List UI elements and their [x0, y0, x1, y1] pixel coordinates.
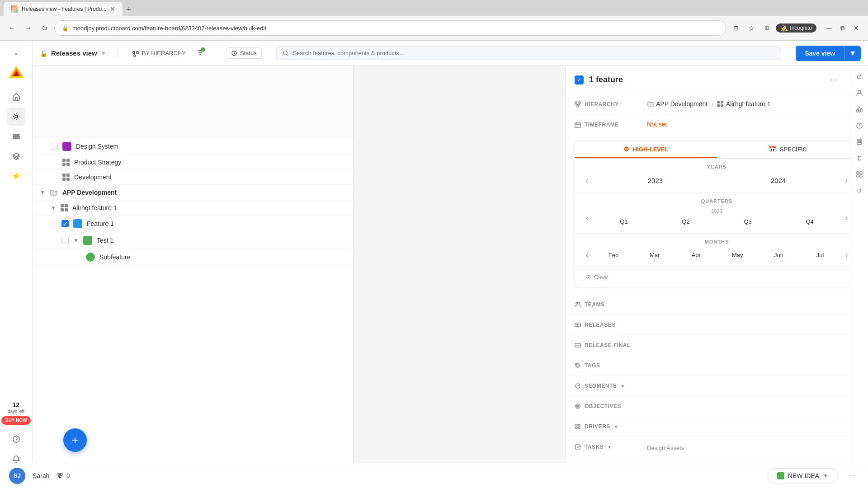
sidebar-item-layers[interactable] — [7, 147, 25, 165]
extension-icon[interactable]: ⊞ — [760, 22, 773, 34]
close-button[interactable]: ✕ — [850, 22, 863, 34]
months-label: MONTHS — [582, 239, 851, 244]
segments-row: SEGMENTS ▼ — [566, 375, 868, 396]
tasks-expand[interactable]: ▼ — [607, 445, 612, 450]
year-2023[interactable]: 2023 — [595, 174, 715, 187]
drivers-expand[interactable]: ▼ — [614, 424, 618, 429]
quarter-q1[interactable]: Q1 — [594, 216, 654, 228]
app-logo[interactable] — [7, 64, 25, 82]
segments-label: SEGMENTS ▼ — [575, 382, 638, 389]
list-item[interactable]: Product Strategy — [33, 155, 353, 170]
refresh-button[interactable]: ↻ — [38, 22, 51, 34]
clear-button[interactable]: ⊗ Clear — [582, 272, 612, 282]
search-bar[interactable] — [276, 47, 781, 60]
svg-rect-24 — [576, 424, 577, 426]
back-button[interactable]: ← — [5, 22, 18, 34]
hierarchy-value: APP Development › Alirhgt feature 1 — [647, 100, 859, 108]
status-button[interactable]: Status — [226, 47, 262, 59]
search-input[interactable] — [292, 50, 775, 56]
close-tab-icon[interactable]: ✕ — [110, 5, 115, 13]
sidebar-item-home[interactable] — [7, 88, 25, 106]
bottom-more-button[interactable]: ··· — [845, 469, 859, 482]
new-idea-color-dot — [777, 472, 784, 479]
list-item[interactable]: ✓ Feature 1 — [33, 216, 353, 232]
month-jun[interactable]: Jun — [759, 249, 798, 261]
collapse-arrow[interactable]: ▼ — [51, 205, 56, 211]
sigma-action-icon[interactable]: Σ — [852, 151, 867, 165]
month-may[interactable]: May — [718, 249, 757, 261]
chart-action-icon[interactable] — [852, 102, 867, 117]
sidebar-item-help[interactable] — [7, 430, 25, 448]
hierarchy-parent: APP Development — [656, 100, 708, 108]
sidebar-item-star[interactable] — [7, 167, 25, 185]
tab-specific[interactable]: 📅 SPECIFIC — [717, 141, 859, 158]
sidebar-item-features[interactable] — [7, 108, 25, 126]
feature-checkbox[interactable] — [61, 237, 69, 244]
tab-title: Releases view - Features | Produ... — [22, 6, 106, 12]
list-item[interactable]: Subfeature — [33, 249, 353, 266]
year-2024[interactable]: 2024 — [719, 174, 838, 187]
bookmark-icon[interactable]: ☆ — [745, 22, 758, 34]
collapse-arrow[interactable]: ▼ — [73, 237, 79, 244]
svg-point-29 — [858, 90, 861, 93]
quarter-q4[interactable]: Q4 — [780, 216, 840, 228]
refresh-action-icon[interactable]: ↺ — [852, 70, 867, 84]
bulk-more-button[interactable]: ··· — [827, 73, 841, 86]
quarter-q2[interactable]: Q2 — [656, 216, 716, 228]
list-item[interactable]: Design System — [33, 138, 353, 155]
save-view-button[interactable]: Save view — [796, 46, 844, 61]
quarters-prev-button[interactable]: ‹ — [582, 212, 592, 224]
tab-highlevel[interactable]: ⚙ HIGH-LEVEL — [575, 141, 717, 158]
buy-now-button[interactable]: BUY NOW — [1, 416, 30, 425]
refresh2-action-icon[interactable]: ↺ — [852, 183, 867, 198]
forward-button[interactable]: → — [22, 22, 34, 34]
month-feb[interactable]: Feb — [594, 249, 633, 261]
quarter-q3[interactable]: Q3 — [718, 216, 778, 228]
feature-label: Feature 1 — [87, 220, 114, 227]
month-mar[interactable]: Mar — [635, 249, 675, 261]
add-feature-button[interactable]: + — [63, 428, 87, 452]
user-action-icon[interactable] — [852, 86, 867, 100]
address-bar[interactable]: 🔒 moodjoy.productboard.com/feature-board… — [54, 20, 726, 36]
timeframe-not-set[interactable]: Not set — [647, 121, 667, 128]
app-layout: ▲ 12 days left BUY NOW — [0, 41, 868, 488]
status-btn-label: Status — [240, 50, 257, 56]
sidebar-item-list[interactable] — [7, 127, 25, 145]
list-item[interactable]: ▼ Test 1 — [33, 232, 353, 249]
feature-icon — [62, 142, 71, 151]
hierarchy-button[interactable]: BY HIERARCHY — [128, 48, 189, 59]
new-idea-button[interactable]: NEW IDEA ▼ — [768, 468, 838, 483]
feature-checkbox-checked[interactable]: ✓ — [61, 220, 69, 227]
bottom-user-avatar[interactable]: SJ — [9, 468, 25, 484]
scroll-up-icon[interactable]: ▲ — [7, 44, 25, 62]
tasks-value[interactable]: Design Assets — [647, 443, 859, 453]
header-divider-2 — [215, 49, 215, 58]
bottom-filter[interactable]: 0 — [57, 472, 70, 479]
grid-action-icon[interactable] — [852, 167, 867, 182]
cast-icon[interactable]: ⊡ — [730, 22, 742, 34]
months-prev-button[interactable]: ‹ — [582, 249, 592, 261]
segments-expand[interactable]: ▼ — [620, 384, 625, 389]
filter-count: 0 — [66, 472, 70, 479]
list-item[interactable]: ▼ Alirhgt feature 1 — [33, 201, 353, 216]
clock-action-icon[interactable] — [852, 118, 867, 133]
save-view-dropdown[interactable]: ▼ — [844, 46, 861, 61]
new-idea-dropdown-arrow[interactable]: ▼ — [823, 473, 828, 479]
timeframe-value[interactable]: Not set — [647, 121, 859, 128]
feature-label: Test 1 — [97, 237, 113, 244]
minimize-button[interactable]: ― — [823, 22, 835, 34]
month-apr[interactable]: Apr — [676, 249, 716, 261]
collapse-arrow[interactable]: ▼ — [40, 189, 45, 196]
bulk-select-checkbox[interactable]: ✓ — [575, 75, 584, 84]
feature-label: Alirhgt feature 1 — [72, 204, 117, 211]
view-title-button[interactable]: 🔒 Releases view ▼ — [40, 49, 106, 57]
calc-action-icon[interactable] — [852, 135, 867, 149]
active-tab[interactable]: Releases view - Features | Produ... ✕ — [4, 2, 123, 16]
list-item[interactable]: Development — [33, 170, 353, 185]
feature-checkbox[interactable] — [51, 143, 58, 150]
month-jul[interactable]: Jul — [800, 249, 840, 261]
list-item[interactable]: ▼ APP Development — [33, 185, 353, 201]
years-prev-button[interactable]: ‹ — [582, 175, 592, 187]
new-tab-button[interactable]: + — [123, 4, 135, 16]
restore-button[interactable]: ⧉ — [836, 22, 849, 34]
